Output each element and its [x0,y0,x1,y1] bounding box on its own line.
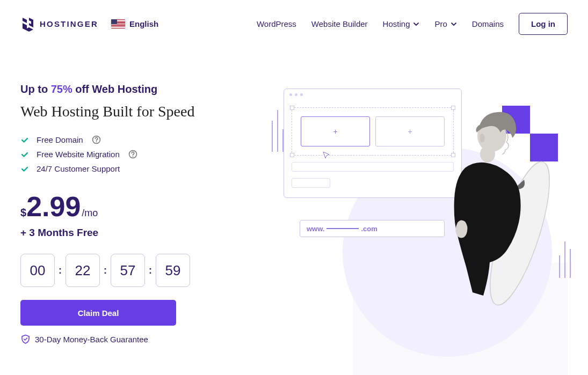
shield-check-icon [20,334,31,344]
nav-builder-label: Website Builder [311,19,368,28]
feature-free-migration: Free Website Migration [20,150,251,159]
countdown-timer: 00 : 22 : 57 : 59 [20,254,251,287]
nav-domains[interactable]: Domains [472,19,504,28]
countdown-hours: 22 [66,254,100,287]
discount-prefix: Up to [20,83,51,95]
price: $ 2.99 /mo [20,193,251,220]
url-prefix: www. [307,225,324,233]
person-illustration [402,105,563,308]
illustration-card: + [301,116,370,146]
bonus-text: + 3 Months Free [20,227,251,239]
money-back-guarantee: 30-Day Money-Back Guarantee [20,334,251,344]
language-label: English [129,19,158,28]
nav-wordpress[interactable]: WordPress [257,19,296,28]
help-icon[interactable] [128,150,137,159]
price-currency: $ [20,207,26,219]
guarantee-text: 30-Day Money-Back Guarantee [35,335,148,344]
feature-label: Free Domain [37,135,83,144]
decor-bars-icon [557,241,573,278]
feature-list: Free Domain Free Website Migration 24/7 … [20,135,251,173]
feature-free-domain: Free Domain [20,135,251,144]
hostinger-logo-icon [20,17,35,32]
feature-support: 24/7 Customer Support [20,164,251,173]
main-nav: WordPress Website Builder Hosting Pro Do… [257,13,568,35]
check-icon [20,136,29,144]
page-headline: Web Hosting Built for Speed [20,103,251,120]
countdown-minutes: 57 [111,254,145,287]
svg-point-1 [96,141,97,142]
nav-pro-label: Pro [434,19,447,28]
countdown-days: 00 [20,254,55,287]
countdown-separator: : [58,265,62,276]
nav-domains-label: Domains [472,19,504,28]
hero-content: Up to 75% off Web Hosting Web Hosting Bu… [20,83,251,344]
hero: Up to 75% off Web Hosting Web Hosting Bu… [0,45,588,344]
header: HOSTINGER English WordPress Website Buil… [0,0,588,45]
price-amount: 2.99 [26,193,81,220]
url-blank-icon [326,228,359,229]
check-icon [20,150,29,159]
illustration-url-bar: www. .com [300,220,445,237]
discount-banner: Up to 75% off Web Hosting [20,83,251,95]
nav-pro[interactable]: Pro [434,19,456,28]
svg-point-3 [132,156,133,157]
url-suffix: .com [361,225,377,233]
discount-percent: 75% [51,83,72,95]
illustration-row [292,178,330,188]
feature-label: 24/7 Customer Support [37,164,120,173]
nav-hosting-label: Hosting [383,19,410,28]
login-button[interactable]: Log in [519,13,568,35]
language-switcher[interactable]: English [111,19,158,28]
nav-wordpress-label: WordPress [257,19,296,28]
check-icon [20,165,29,173]
chevron-down-icon [451,21,457,27]
countdown-seconds: 59 [156,254,190,287]
countdown-separator: : [103,265,107,276]
nav-website-builder[interactable]: Website Builder [311,19,368,28]
cursor-icon [322,151,331,159]
flag-us-icon [111,19,125,28]
help-icon[interactable] [92,135,101,144]
price-period: /mo [82,208,98,219]
svg-point-7 [480,134,485,142]
brand-logo[interactable]: HOSTINGER [20,17,98,32]
countdown-separator: : [148,265,153,276]
nav-hosting[interactable]: Hosting [383,19,420,28]
feature-label: Free Website Migration [37,150,120,159]
discount-suffix: off Web Hosting [72,83,158,95]
brand-name: HOSTINGER [40,19,98,28]
illustration-titlebar [284,89,461,100]
hero-illustration: + + [251,83,568,330]
claim-deal-button[interactable]: Claim Deal [20,300,176,326]
chevron-down-icon [413,21,419,27]
